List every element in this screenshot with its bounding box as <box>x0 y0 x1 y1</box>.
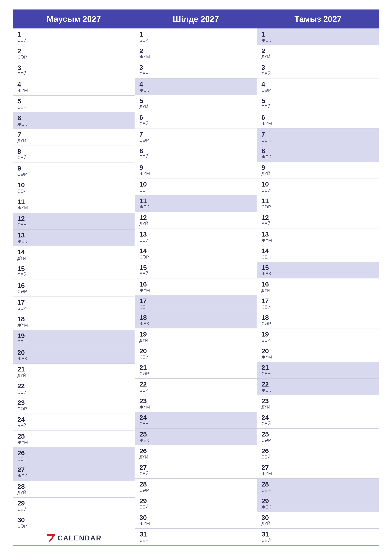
day-name: СӘР <box>17 172 130 177</box>
day-name: ЖҮМ <box>261 471 375 476</box>
day-name: БЕЙ <box>139 388 252 393</box>
day-name: ЖЕК <box>261 154 375 160</box>
day-name: ЖЕК <box>17 356 130 361</box>
day-name: СЕЙ <box>139 471 252 476</box>
day-number: 2 <box>17 47 130 55</box>
day-number: 21 <box>17 366 130 373</box>
day-number: 11 <box>261 197 375 204</box>
day-row: 28ДҮЙ <box>13 481 135 497</box>
day-name: ЖҮМ <box>139 288 252 293</box>
day-number: 23 <box>139 397 252 405</box>
day-name: ЖЕК <box>261 388 375 393</box>
days-container-1: 1БЕЙ2ЖҮМ3СЕН4ЖЕК5ДҮЙ6СЕЙ7СӘР8БЕЙ9ЖҮМ10СЕ… <box>135 29 257 545</box>
day-row: 27ЖҮМ <box>257 462 379 478</box>
day-name: СЕЙ <box>261 305 375 310</box>
day-row: 31СЕН <box>135 529 257 545</box>
day-row: 10БЕЙ <box>13 179 135 196</box>
day-row: 8БЕЙ <box>135 145 257 162</box>
day-number: 28 <box>139 481 252 488</box>
day-name: ЖЕК <box>261 38 375 43</box>
day-number: 25 <box>17 433 130 440</box>
day-number: 29 <box>139 497 252 505</box>
day-row: 20ЖҮМ <box>257 345 379 362</box>
day-name: ДҮЙ <box>139 221 252 226</box>
day-number: 27 <box>261 464 375 471</box>
day-row: 22СЕЙ <box>13 380 135 397</box>
day-number: 2 <box>261 47 375 55</box>
day-name: СЕН <box>261 371 375 376</box>
day-name: СӘР <box>17 289 130 294</box>
day-number: 10 <box>17 182 130 189</box>
day-number: 4 <box>261 81 375 88</box>
day-number: 21 <box>139 364 252 371</box>
footer-calendar-text: CALENDAR <box>58 534 102 542</box>
day-row: 10СЕЙ <box>257 178 379 195</box>
day-number: 18 <box>261 314 375 321</box>
day-number: 31 <box>261 531 375 538</box>
day-name: СЕЙ <box>17 272 130 277</box>
day-row: 25СӘР <box>257 429 379 445</box>
day-name: БЕЙ <box>139 38 252 43</box>
day-name: ЖЕК <box>17 474 130 478</box>
day-number: 22 <box>261 381 375 388</box>
day-row: 1СЕЙ <box>13 29 135 45</box>
day-row: 20ЖЕК <box>13 347 135 364</box>
day-number: 9 <box>139 164 252 171</box>
day-number: 12 <box>261 214 375 221</box>
day-row: 25ЖҮМ <box>13 431 135 447</box>
day-name: ЖҮМ <box>261 355 375 360</box>
day-row: 26БЕЙ <box>257 445 379 462</box>
day-row: 26ДҮЙ <box>135 445 257 462</box>
day-number: 7 <box>17 131 130 139</box>
day-name: ДҮЙ <box>261 405 375 410</box>
day-row: 22БЕЙ <box>135 379 257 395</box>
day-name: ЖҮМ <box>139 405 252 410</box>
day-number: 6 <box>17 114 130 122</box>
day-number: 8 <box>17 148 130 155</box>
day-number: 17 <box>261 297 375 305</box>
day-row: 18ЖЕК <box>135 312 257 329</box>
day-name: БЕЙ <box>261 221 375 226</box>
day-name: СЕЙ <box>139 355 252 360</box>
day-number: 16 <box>261 281 375 288</box>
day-name: ДҮЙ <box>139 338 252 343</box>
day-row: 11СӘР <box>257 195 379 212</box>
day-row: 8ЖЕК <box>257 145 379 162</box>
day-number: 28 <box>261 481 375 488</box>
day-number: 24 <box>139 414 252 421</box>
day-row: 23ЖҮМ <box>135 395 257 412</box>
day-name: СЕН <box>261 255 375 260</box>
day-number: 14 <box>261 247 375 255</box>
day-name: ДҮЙ <box>17 373 130 378</box>
day-name: СӘР <box>261 204 375 210</box>
day-number: 16 <box>139 281 252 288</box>
day-number: 1 <box>139 31 252 38</box>
day-number: 25 <box>261 431 375 438</box>
day-row: 7СӘР <box>135 128 257 145</box>
day-name: ЖҮМ <box>17 205 130 210</box>
day-row: 3СЕЙ <box>257 62 379 79</box>
day-number: 24 <box>17 416 130 423</box>
day-name: СЕН <box>17 222 130 227</box>
day-name: ЖҮМ <box>139 171 252 176</box>
day-row: 19БЕЙ <box>257 329 379 345</box>
day-row: 5ДҮЙ <box>135 95 257 112</box>
day-name: ЖҮМ <box>139 521 252 526</box>
day-name: СӘР <box>17 406 130 411</box>
day-row: 4СӘР <box>257 79 379 95</box>
day-name: ЖҮМ <box>261 121 375 126</box>
month-header-0: Маусым 2027 <box>13 10 135 29</box>
day-name: БЕЙ <box>139 154 252 160</box>
day-number: 8 <box>139 147 252 154</box>
day-row: 15БЕЙ <box>135 262 257 278</box>
day-name: СЕЙ <box>261 71 375 76</box>
day-name: СЕН <box>17 340 130 344</box>
day-name: ДҮЙ <box>261 521 375 526</box>
month-col-1: Шілде 20271БЕЙ2ЖҮМ3СЕН4ЖЕК5ДҮЙ6СЕЙ7СӘР8Б… <box>135 10 257 545</box>
day-name: ДҮЙ <box>17 490 130 495</box>
day-row: 24БЕЙ <box>13 414 135 431</box>
day-number: 17 <box>139 297 252 305</box>
day-row: 17СЕН <box>135 295 257 312</box>
calendar-logo-icon <box>46 533 56 543</box>
day-number: 10 <box>261 181 375 188</box>
